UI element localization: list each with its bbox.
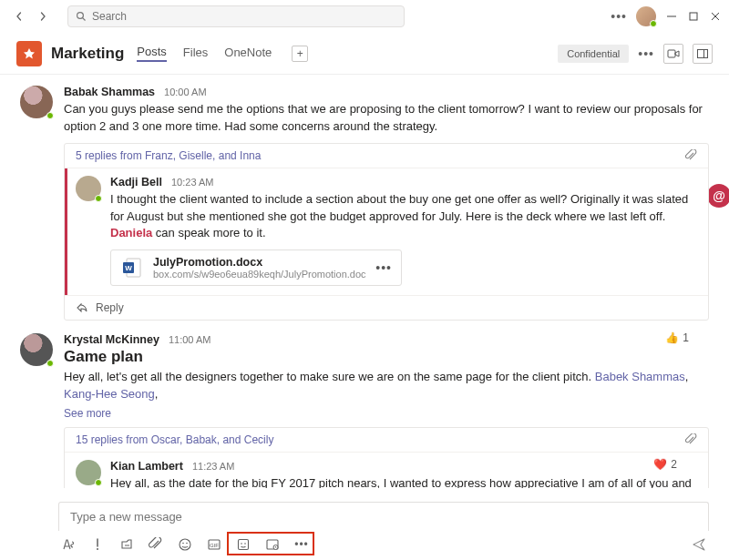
avatar[interactable] — [20, 86, 53, 118]
reaction-heart[interactable]: ❤️ 2 — [653, 458, 677, 471]
word-doc-icon: W — [120, 256, 144, 280]
reply-author[interactable]: Kian Lambert — [110, 460, 183, 473]
svg-point-13 — [186, 543, 188, 545]
team-icon — [16, 41, 42, 66]
search-icon — [76, 11, 87, 22]
svg-text:W: W — [125, 264, 132, 272]
svg-point-12 — [182, 543, 184, 545]
sensitivity-label-button[interactable]: Confidential — [558, 45, 629, 63]
reply-button[interactable]: Reply — [65, 295, 708, 320]
svg-text:GIF: GIF — [210, 543, 219, 548]
avatar[interactable] — [76, 460, 101, 485]
file-path: box.com/s/w9eo6eua89keqh/JulyPromotion.d… — [153, 269, 366, 280]
post-author[interactable]: Babak Shammas — [64, 86, 155, 98]
reply-label: Reply — [96, 301, 124, 314]
app-more-button[interactable]: ••• — [611, 9, 627, 24]
attachment-icon — [684, 433, 697, 446]
reply-body: Hey all, as the date for the big FY 2017… — [110, 475, 697, 488]
reply-icon — [76, 301, 88, 314]
emoji-button[interactable] — [177, 536, 193, 553]
mentions-badge[interactable]: @ — [707, 184, 729, 208]
window-maximize-button[interactable] — [687, 10, 700, 23]
avatar[interactable] — [20, 333, 53, 366]
file-name: JulyPromotion.docx — [153, 256, 366, 269]
me-avatar[interactable] — [636, 6, 656, 26]
svg-rect-16 — [239, 540, 249, 550]
nav-forward-button[interactable] — [35, 8, 51, 25]
svg-point-17 — [241, 543, 242, 545]
compose-more-button[interactable]: ••• — [293, 536, 310, 553]
search-input[interactable] — [92, 10, 396, 23]
meet-now-button[interactable] — [663, 44, 683, 64]
file-more-button[interactable]: ••• — [375, 260, 392, 275]
presence-available-icon — [46, 112, 54, 119]
tab-files[interactable]: Files — [183, 46, 208, 61]
priority-button[interactable] — [89, 536, 106, 553]
post-body: Can you guys please send me the options … — [64, 101, 709, 136]
reply-timestamp: 11:23 AM — [192, 461, 234, 472]
reaction-count: 1 — [683, 331, 689, 344]
format-button[interactable] — [60, 536, 77, 553]
tab-posts[interactable]: Posts — [137, 45, 167, 62]
heart-icon: ❤️ — [653, 458, 667, 471]
post-timestamp: 11:00 AM — [169, 334, 210, 345]
post-subject: Game plan — [64, 348, 709, 366]
channel-more-button[interactable]: ••• — [638, 46, 654, 61]
svg-point-11 — [180, 539, 190, 550]
presence-available-icon — [95, 195, 102, 202]
post-author[interactable]: Krystal McKinney — [64, 333, 159, 346]
reaction-count: 2 — [671, 458, 677, 471]
reply-author[interactable]: Kadji Bell — [110, 176, 162, 188]
nav-back-button[interactable] — [11, 8, 27, 25]
svg-point-0 — [77, 13, 84, 19]
important-marker — [65, 168, 67, 296]
sticker-button[interactable] — [235, 536, 252, 553]
send-button[interactable] — [691, 536, 707, 553]
file-attachment[interactable]: W JulyPromotion.docx box.com/s/w9eo6eua8… — [110, 249, 402, 286]
reply-body: I thought the client wanted to include a… — [110, 191, 697, 243]
presence-available-icon — [650, 20, 657, 27]
presence-available-icon — [46, 360, 54, 367]
replies-summary[interactable]: 5 replies from Franz, Giselle, and Inna — [76, 149, 261, 162]
at-mention[interactable]: Babek Shammas — [595, 370, 685, 383]
at-mention[interactable]: Kang-Hee Seong — [64, 387, 155, 401]
attach-button[interactable] — [148, 536, 164, 553]
tab-onenote[interactable]: OneNote — [224, 46, 272, 61]
svg-rect-5 — [698, 49, 708, 57]
svg-rect-4 — [668, 50, 675, 57]
add-tab-button[interactable]: + — [292, 46, 308, 62]
compose-box[interactable]: Type a new message — [58, 502, 709, 531]
reply-timestamp: 10:23 AM — [171, 177, 213, 188]
approvals-button[interactable] — [118, 536, 135, 553]
attachment-icon — [684, 149, 697, 162]
window-minimize-button[interactable] — [665, 10, 678, 23]
svg-rect-3 — [690, 13, 697, 20]
svg-point-18 — [244, 543, 246, 545]
post-body: Hey all, let's get all the designers tog… — [64, 369, 709, 403]
window-close-button[interactable] — [709, 10, 722, 23]
schedule-meeting-button[interactable] — [264, 536, 281, 553]
open-pane-button[interactable] — [693, 44, 713, 64]
post-timestamp: 10:00 AM — [164, 87, 206, 97]
search-box[interactable] — [67, 5, 405, 27]
thumbs-up-icon: 👍 — [665, 331, 679, 344]
svg-line-1 — [83, 18, 86, 21]
at-mention[interactable]: Daniela — [110, 226, 152, 239]
channel-name: Marketing — [51, 45, 124, 63]
presence-available-icon — [95, 479, 102, 486]
giphy-button[interactable]: GIF — [206, 536, 222, 553]
see-more-link[interactable]: See more — [64, 407, 709, 420]
replies-summary[interactable]: 15 replies from Oscar, Babak, and Cecily — [76, 433, 273, 446]
svg-point-10 — [97, 548, 98, 550]
avatar[interactable] — [76, 176, 101, 201]
reaction-thumbs-up[interactable]: 👍 1 — [665, 331, 689, 344]
